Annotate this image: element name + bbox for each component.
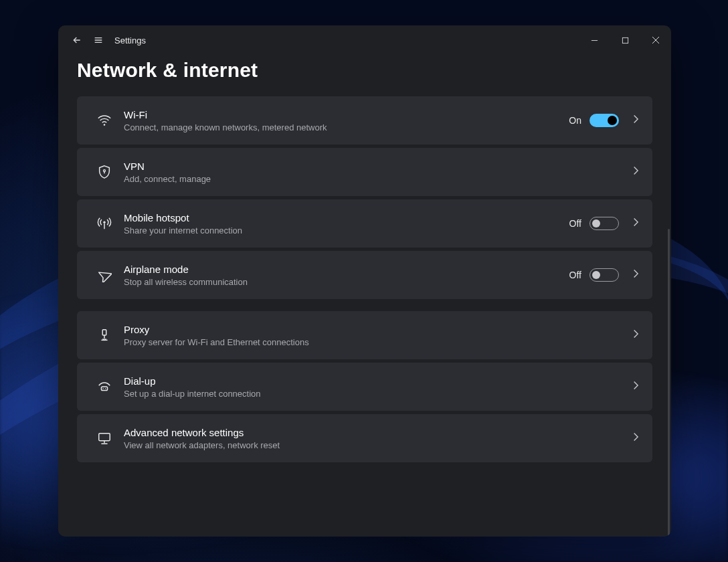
row-subtitle: Connect, manage known networks, metered … [124, 122, 569, 132]
svg-rect-4 [622, 37, 628, 43]
row-text: VPNAdd, connect, manage [124, 160, 631, 184]
antenna-icon [89, 216, 120, 231]
row-vpn[interactable]: VPNAdd, connect, manage [77, 148, 652, 196]
row-subtitle: Share your internet connection [124, 225, 569, 236]
row-text: ProxyProxy server for Wi-Fi and Ethernet… [124, 323, 631, 347]
row-title: Airplane mode [124, 263, 569, 276]
chevron-right-icon [631, 269, 640, 281]
row-title: Advanced network settings [124, 426, 631, 440]
app-title: Settings [114, 35, 146, 45]
nav-menu-button[interactable] [88, 29, 109, 51]
row-hotspot[interactable]: Mobile hotspotShare your internet connec… [77, 199, 652, 248]
wifi-toggle[interactable] [589, 114, 619, 127]
row-text: Advanced network settingsView all networ… [124, 426, 631, 450]
row-subtitle: Proxy server for Wi-Fi and Ethernet conn… [124, 337, 631, 347]
row-title: Wi-Fi [124, 108, 569, 122]
shield-icon [89, 165, 120, 179]
monitor-icon [89, 431, 120, 446]
toggle-state-label: Off [569, 270, 581, 280]
hotspot-toggle[interactable] [589, 217, 619, 230]
minimize-button[interactable] [579, 29, 610, 51]
airplane-icon [89, 268, 120, 282]
row-airplane[interactable]: Airplane modeStop all wireless communica… [77, 251, 652, 299]
chevron-right-icon [631, 114, 640, 126]
maximize-button[interactable] [610, 29, 640, 51]
row-title: Proxy [124, 323, 631, 337]
chevron-right-icon [631, 432, 640, 444]
back-button[interactable] [66, 29, 88, 51]
wifi-icon [89, 113, 120, 128]
scrollbar[interactable] [668, 229, 670, 537]
row-wifi[interactable]: Wi-FiConnect, manage known networks, met… [77, 96, 652, 145]
close-button[interactable] [640, 29, 671, 51]
title-bar: Settings [58, 25, 671, 55]
page-title: Network & internet [77, 59, 652, 82]
airplane-toggle[interactable] [589, 268, 619, 282]
row-title: VPN [124, 160, 631, 173]
row-text: Dial-upSet up a dial-up internet connect… [124, 375, 631, 399]
row-advanced[interactable]: Advanced network settingsView all networ… [77, 414, 652, 462]
chevron-right-icon [631, 217, 640, 229]
row-title: Dial-up [124, 375, 631, 388]
row-text: Wi-FiConnect, manage known networks, met… [124, 108, 569, 132]
dialup-icon [89, 379, 120, 394]
content-area: Network & internet Wi-FiConnect, manage … [58, 55, 671, 537]
settings-window: Settings Network & internet Wi-FiConnect… [58, 25, 671, 537]
chevron-right-icon [631, 166, 640, 178]
chevron-right-icon [631, 381, 640, 393]
toggle-state-label: On [569, 115, 581, 126]
row-proxy[interactable]: ProxyProxy server for Wi-Fi and Ethernet… [77, 311, 652, 359]
proxy-icon [89, 328, 120, 343]
row-text: Mobile hotspotShare your internet connec… [124, 211, 569, 236]
row-title: Mobile hotspot [124, 211, 569, 225]
row-dialup[interactable]: Dial-upSet up a dial-up internet connect… [77, 363, 652, 411]
row-subtitle: Add, connect, manage [124, 174, 631, 184]
row-subtitle: Set up a dial-up internet connection [124, 389, 631, 399]
row-text: Airplane modeStop all wireless communica… [124, 263, 569, 287]
toggle-state-label: Off [569, 218, 581, 229]
chevron-right-icon [631, 329, 640, 341]
row-subtitle: View all network adapters, network reset [124, 440, 631, 450]
row-subtitle: Stop all wireless communication [124, 277, 569, 287]
